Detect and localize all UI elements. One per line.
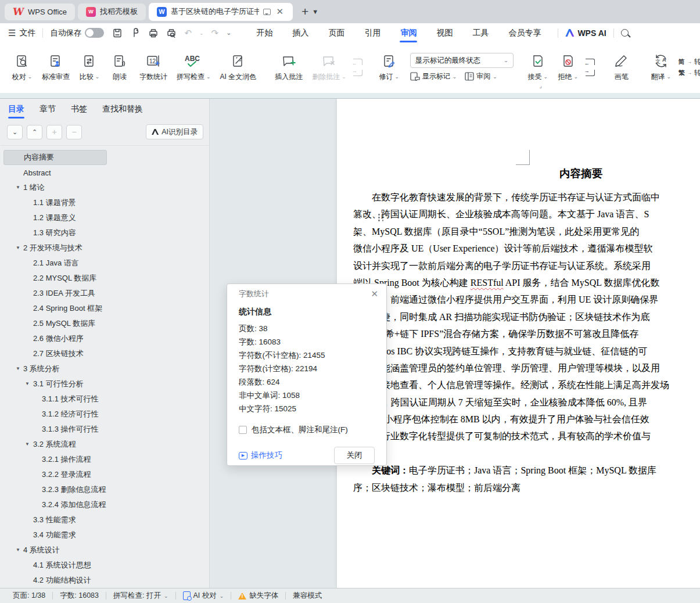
collapse-arrow-icon[interactable]: ▼ bbox=[16, 245, 20, 250]
toc-item[interactable]: 2.4 Spring Boot 框架 bbox=[3, 301, 206, 316]
toc-expand-button[interactable]: ⌃ bbox=[27, 125, 42, 139]
sidebar-tab-contents[interactable]: 目录 bbox=[8, 99, 24, 120]
read-aloud-button[interactable]: 朗读 bbox=[105, 51, 135, 84]
toc-item[interactable]: ▼3 系统分析 bbox=[3, 361, 206, 376]
insert-comment-button[interactable]: 插入批注 bbox=[270, 51, 307, 84]
collapse-arrow-icon[interactable]: ▼ bbox=[16, 547, 20, 552]
word-count-indicator[interactable]: 字数: 16083 bbox=[53, 591, 106, 601]
checkbox-icon[interactable] bbox=[239, 426, 247, 434]
toc-item[interactable]: 2.2 MYSQL 数据库 bbox=[3, 271, 206, 286]
toc-item[interactable]: 1.3 研究内容 bbox=[3, 225, 206, 241]
spell-check-button[interactable]: ABC 拼写检查⌄ bbox=[172, 51, 216, 84]
translate-button[interactable]: 文A 翻译⌄ bbox=[646, 51, 676, 84]
collapse-arrow-icon[interactable]: ▼ bbox=[16, 185, 20, 190]
collapse-arrow-icon[interactable]: ▼ bbox=[25, 442, 30, 447]
proofread-button[interactable]: 校对⌄ bbox=[7, 51, 37, 84]
toc-item[interactable]: 3.1.3 操作可行性 bbox=[3, 422, 206, 437]
toc-item[interactable]: 3.2.3 删除信息流程 bbox=[3, 482, 206, 497]
review-pane-button[interactable]: 审阅⌄ bbox=[465, 71, 497, 81]
toc-item[interactable]: 3.2.1 操作流程 bbox=[3, 452, 206, 467]
comment-bubble-icon[interactable] bbox=[263, 9, 271, 15]
page-indicator[interactable]: 页面: 1/38 bbox=[6, 591, 52, 601]
search-icon[interactable] bbox=[621, 29, 629, 37]
close-tab-icon[interactable]: ✕ bbox=[275, 6, 285, 17]
spell-check-status[interactable]: 拼写检查: 打开⌄ bbox=[106, 591, 175, 601]
toc-item[interactable]: 3.1.2 经济可行性 bbox=[3, 407, 206, 422]
toc-item[interactable]: 3.2.4 添加信息流程 bbox=[3, 497, 206, 512]
collapse-arrow-icon[interactable]: ▼ bbox=[25, 381, 30, 386]
sidebar-tab-bookmarks[interactable]: 书签 bbox=[71, 99, 87, 120]
toc-item[interactable]: 3.4 功能需求 bbox=[3, 527, 206, 543]
menu-tab-insert[interactable]: 插入 bbox=[282, 23, 318, 42]
menu-tab-review[interactable]: 审阅 bbox=[390, 23, 426, 42]
toc-item[interactable]: 3.2.2 登录流程 bbox=[3, 467, 206, 482]
collapse-arrow-icon[interactable]: ▼ bbox=[16, 366, 20, 371]
to-simplified-button[interactable]: 繁→ 转简 bbox=[679, 68, 700, 78]
tab-wps-office[interactable]: W WPS Office bbox=[5, 3, 75, 20]
reject-button[interactable]: 拒绝⌄ bbox=[553, 51, 583, 84]
missing-font-warning[interactable]: 缺失字体 bbox=[231, 591, 285, 601]
previous-change-icon[interactable]: ← bbox=[586, 59, 595, 65]
toc-item[interactable]: 3.3 性能需求 bbox=[3, 512, 206, 527]
track-changes-button[interactable]: 修订⌄ bbox=[374, 51, 404, 84]
tab-docer-templates[interactable]: W 找稻壳模板 bbox=[78, 3, 146, 20]
tab-list-dropdown-icon[interactable]: ▼ bbox=[312, 8, 318, 15]
sidebar-tab-chapters[interactable]: 章节 bbox=[40, 99, 56, 120]
file-menu[interactable]: ☰ 文件 bbox=[8, 28, 35, 38]
close-button[interactable]: 关闭 bbox=[334, 447, 375, 464]
toc-item[interactable]: ▼3.2 系统流程 bbox=[3, 437, 206, 452]
menu-tab-view[interactable]: 视图 bbox=[426, 23, 462, 42]
toc-item[interactable]: ▼3.1 可行性分析 bbox=[3, 376, 206, 392]
standard-review-button[interactable]: 标准审查 bbox=[37, 51, 74, 84]
ai-recognize-toc-button[interactable]: AI识别目录 bbox=[146, 124, 203, 139]
pen-button[interactable]: 画笔 bbox=[606, 51, 637, 84]
menu-tab-reference[interactable]: 引用 bbox=[354, 23, 390, 42]
toc-item[interactable]: Abstract bbox=[3, 165, 206, 180]
toc-collapse-button[interactable]: ⌄ bbox=[7, 125, 23, 139]
toc-item[interactable]: 2.6 微信小程序 bbox=[3, 331, 206, 346]
toc-item[interactable]: ▼4 系统设计 bbox=[3, 543, 206, 558]
toc-item[interactable]: 内容摘要 bbox=[3, 150, 107, 165]
ai-proofread-status[interactable]: AI 校对⌄ bbox=[176, 591, 231, 601]
toc-item[interactable]: ▼2 开发环境与技术 bbox=[3, 241, 206, 256]
quickbar-more-icon[interactable]: ⌄ bbox=[226, 29, 231, 37]
menu-tab-member[interactable]: 会员专享 bbox=[498, 23, 551, 42]
include-footnotes-option[interactable]: 包括文本框、脚注和尾注(F) bbox=[239, 425, 375, 435]
menu-tab-tools[interactable]: 工具 bbox=[462, 23, 498, 42]
menu-tab-start[interactable]: 开始 bbox=[246, 23, 282, 42]
autosave-toggle[interactable] bbox=[85, 28, 104, 38]
toc-item[interactable]: 1.2 课题意义 bbox=[3, 210, 206, 225]
toc-item[interactable]: 4.2 功能结构设计 bbox=[3, 573, 206, 587]
tips-link[interactable]: ▶ 操作技巧 bbox=[239, 450, 282, 461]
toc-item[interactable]: 2.1 Java 语言 bbox=[3, 256, 206, 271]
print-icon[interactable] bbox=[148, 28, 159, 38]
tab-document-active[interactable]: W 基于区块链的电子学历证书存 ✕ bbox=[149, 3, 293, 21]
compat-mode-indicator[interactable]: 兼容模式 bbox=[286, 591, 329, 601]
accept-button[interactable]: 接受⌄ bbox=[523, 51, 553, 84]
new-tab-button[interactable]: + bbox=[301, 5, 308, 19]
next-change-icon[interactable]: → bbox=[586, 70, 595, 76]
ribbon-bottom-strip bbox=[0, 93, 700, 99]
print-preview-icon[interactable] bbox=[166, 28, 177, 38]
toc-item[interactable]: 2.7 区块链技术 bbox=[3, 346, 206, 361]
document-page[interactable]: 内容摘要 在数字化教育快速发展的背景下，传统学历证书存证与认证方式面临中篡改、跨… bbox=[337, 99, 700, 588]
compare-button[interactable]: 比较⌄ bbox=[74, 51, 105, 84]
save-icon[interactable] bbox=[112, 28, 123, 38]
toc-item[interactable]: 2.3 IDEA 开发工具 bbox=[3, 286, 206, 301]
show-markup-button[interactable]: 显示标记⌄ bbox=[410, 71, 457, 81]
export-pdf-icon[interactable] bbox=[130, 28, 141, 38]
toc-item[interactable]: 1.1 课题背景 bbox=[3, 195, 206, 210]
ai-polish-button[interactable]: AI 全文润色 bbox=[216, 51, 261, 84]
markup-state-select[interactable]: 显示标记的最终状态⌄ bbox=[410, 53, 514, 68]
sidebar-tab-find-replace[interactable]: 查找和替换 bbox=[102, 99, 143, 120]
to-traditional-button[interactable]: 简→ 转繁 bbox=[679, 57, 700, 67]
dialog-close-icon[interactable]: ✕ bbox=[371, 289, 378, 299]
toc-item[interactable]: 3.1.1 技术可行性 bbox=[3, 392, 206, 407]
menu-tab-page[interactable]: 页面 bbox=[318, 23, 354, 42]
toc-item[interactable]: ▼1 绪论 bbox=[3, 180, 206, 195]
toc-item[interactable]: 2.5 MySQL 数据库 bbox=[3, 316, 206, 331]
wps-ai-button[interactable]: WPS AI bbox=[565, 28, 606, 38]
group-dialog-launcher-icon[interactable]: ⌟ bbox=[539, 82, 542, 89]
toc-item[interactable]: 4.1 系统设计思想 bbox=[3, 558, 206, 573]
word-count-button[interactable]: 12 字数统计 bbox=[135, 51, 172, 84]
